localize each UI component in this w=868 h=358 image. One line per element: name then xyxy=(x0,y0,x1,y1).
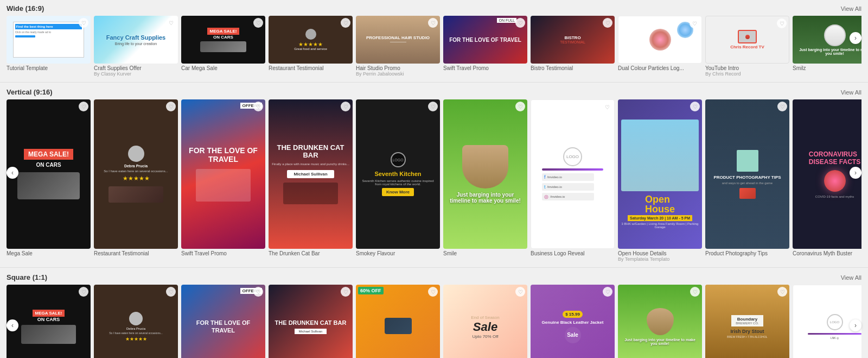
card-bizlogo-vert[interactable]: ♡ LOGO f /tnvideo.io t /tnvideo.io xyxy=(531,99,615,249)
heart-icon-product-vert[interactable]: ♡ xyxy=(777,102,787,111)
card-dual-particles[interactable]: ♡ xyxy=(618,16,702,64)
heart-icon-drystout-sq[interactable]: ♡ xyxy=(777,287,787,297)
card-label-openhouse-vert: Open House Details xyxy=(618,250,702,256)
heart-icon-openhouse-vert[interactable]: ♡ xyxy=(690,102,700,111)
heart-icon-craft[interactable]: ♡ xyxy=(166,18,176,28)
leather-sq-content: $ 15.99 Genuine Black Leather Jacket Sal… xyxy=(531,285,615,358)
card-smokey-vert[interactable]: ♡ LOGO Seventh Kitchen Seventh Kitchen s… xyxy=(356,99,440,249)
vertical-view-all[interactable]: View All xyxy=(841,89,861,96)
heart-icon-restaurant-sq[interactable]: ♡ xyxy=(166,287,176,297)
card-smile-sq[interactable]: ♡ Just barging into your timeline to mak… xyxy=(618,285,702,358)
wide-nav-next[interactable]: › xyxy=(850,32,861,44)
card-youtube-intro[interactable]: ♡ Chris Record TV xyxy=(705,16,789,64)
card-label-smile-vert: Smile xyxy=(443,250,527,256)
wide-card-wrapper-youtube: ♡ Chris Record TV YouTube Intro By Chris… xyxy=(705,16,789,77)
card-car-sq[interactable]: ♡ MEGA SALE! ON CARS xyxy=(7,285,91,358)
card-travel-sq[interactable]: OFFERS ♡ FOR THE LOVE OF TRAVEL xyxy=(181,285,265,358)
bizlogo-sq-link: LNK ◎ xyxy=(831,336,839,340)
card-sublabel-youtube: By Chris Record xyxy=(705,71,789,77)
card-shoe-sq[interactable]: 60% OFF ♡ Final Sale On Shoes xyxy=(356,285,440,358)
heart-icon-smokey-vert[interactable]: ♡ xyxy=(428,102,438,111)
wide-view-all[interactable]: View All xyxy=(841,5,861,12)
travel-sq-content: FOR THE LOVE OF TRAVEL xyxy=(181,285,265,358)
smokey-title: Seventh Kitchen xyxy=(374,171,421,177)
card-label-drunken-vert: The Drunken Cat Bar xyxy=(269,250,353,256)
card-bistro-sq[interactable]: ♡ THE DRUNKEN CAT BAR Michael Sullivan xyxy=(269,285,353,358)
heart-icon-travel-vert[interactable]: ♡ xyxy=(253,102,263,111)
drystout-sq-content: Boundary BREWERY CO. Irish Dry Stout BRE… xyxy=(705,285,789,358)
heart-icon-drunken-vert[interactable]: ♡ xyxy=(341,102,350,111)
square-nav-next[interactable]: › xyxy=(850,319,861,331)
card-openhouse-vert[interactable]: ♡ OpenHouse Saturday March 20 | 10 AM - … xyxy=(618,99,702,249)
craft-title: Fancy Craft Supplies xyxy=(106,34,165,41)
smokey-know-more[interactable]: Know More xyxy=(382,188,414,196)
card-label-smokey-vert: Smokey Flavour xyxy=(356,250,440,256)
card-restaurant-sq[interactable]: ♡ Debra Prucia So I have eaten here on s… xyxy=(94,285,178,358)
heart-icon-tutorial[interactable]: ♡ xyxy=(79,18,88,28)
card-restaurant-testimonial[interactable]: ♡ ★★★★★ Great food and service xyxy=(269,16,353,64)
car-image xyxy=(200,41,247,52)
heart-icon-restaurant[interactable]: ♡ xyxy=(341,18,350,28)
sq-card-wrapper-leather: ♡ $ 15.99 Genuine Black Leather Jacket S… xyxy=(531,285,615,358)
heart-icon-youtube[interactable]: ♡ xyxy=(777,18,787,28)
bizlogo-sq-wave xyxy=(808,333,861,335)
square-section: Square (1:1) View All ♡ MEGA SALE! ON CA… xyxy=(0,269,868,358)
heart-icon-bizlogo-vert[interactable]: ♡ xyxy=(602,102,612,112)
card-endseason-sq[interactable]: ♡ End of Season Sale Upto 70% Off xyxy=(443,285,527,358)
heart-icon-shoe-sq[interactable]: ♡ xyxy=(428,287,438,297)
heart-icon-bistro-sq[interactable]: ♡ xyxy=(341,287,350,297)
wide-card-wrapper-smilz: ♡ Just barging into your timeline to mak… xyxy=(793,16,861,77)
heart-icon-leather-sq[interactable]: ♡ xyxy=(603,287,612,297)
heart-icon-car[interactable]: ♡ xyxy=(253,18,263,28)
card-restaurant-vert[interactable]: ♡ Debra Prucia So I have eaten here on s… xyxy=(94,99,178,249)
heart-icon-travel[interactable]: ♡ xyxy=(515,18,525,28)
vertical-nav-next[interactable]: › xyxy=(850,167,861,179)
card-drystout-sq[interactable]: ♡ Boundary BREWERY CO. Irish Dry Stout B… xyxy=(705,285,789,358)
card-travel-vert[interactable]: OFFERS ♡ FOR THE LOVE OF TRAVEL xyxy=(181,99,265,249)
card-label-travel-vert: Swift Travel Promo xyxy=(181,250,265,256)
heart-icon-car-vert[interactable]: ♡ xyxy=(79,102,88,111)
card-sublabel-openhouse-vert: By Templateia Templato xyxy=(618,256,702,262)
card-tutorial-template[interactable]: ♡ Find the best thing here Click on the … xyxy=(7,16,91,64)
divider-2 xyxy=(0,267,868,268)
restaurant-avatar xyxy=(305,29,316,40)
card-sublabel-hair: By Perrin Jabaloowski xyxy=(356,71,440,77)
heart-icon-hair[interactable]: ♡ xyxy=(428,18,438,28)
heart-icon-bistro[interactable]: ♡ xyxy=(603,18,612,28)
card-hair-studio[interactable]: ♡ PROFESSIONAL HAIR STUDIO xyxy=(356,16,440,64)
tw-icon: t xyxy=(544,184,546,190)
travel-vert-text: FOR THE LOVE OF TRAVEL xyxy=(184,147,262,164)
wide-section-title: Wide (16:9) xyxy=(7,4,44,12)
youtube-title: Chris Record TV xyxy=(730,45,764,49)
vertical-nav-prev[interactable]: ‹ xyxy=(7,167,18,179)
endseason-sale: Sale xyxy=(473,320,497,334)
heart-icon-restaurant-vert[interactable]: ♡ xyxy=(166,102,176,111)
card-drunken-vert[interactable]: ♡ THE DRUNKEN CAT BAR Finally a place wi… xyxy=(269,99,353,249)
heart-icon-particles[interactable]: ♡ xyxy=(690,18,699,28)
square-nav-prev[interactable]: ‹ xyxy=(7,319,18,331)
card-smile-vert[interactable]: ♡ Just barging into your timeline to mak… xyxy=(443,99,527,249)
heart-icon-travel-sq[interactable]: ♡ xyxy=(253,287,263,297)
smokey-logo: LOGO xyxy=(391,152,406,167)
particles-blob xyxy=(649,29,671,51)
vertical-cards-row: ♡ MEGA SALE! ON CARS Mega Sale ♡ Debra P… xyxy=(7,99,861,262)
card-car-vert[interactable]: ♡ MEGA SALE! ON CARS xyxy=(7,99,91,249)
heart-icon-endseason-sq[interactable]: ♡ xyxy=(515,287,525,297)
card-car-mega-sale[interactable]: ♡ MEGA SALE! ON CARS xyxy=(181,16,265,64)
smokey-vert-content: LOGO Seventh Kitchen Seventh Kitchen ser… xyxy=(356,99,440,249)
travel-love-text: FOR THE LOVE OF TRAVEL xyxy=(449,37,521,43)
product-vert-content: PRODUCT PHOTOGRAPHY TIPS and ways to get… xyxy=(705,99,789,249)
heart-icon-smile-sq[interactable]: ♡ xyxy=(690,287,700,297)
heart-icon-smile-vert[interactable]: ♡ xyxy=(515,102,525,111)
card-product-vert[interactable]: ♡ PRODUCT PHOTOGRAPHY TIPS and ways to g… xyxy=(705,99,789,249)
craft-content: Fancy Craft Supplies Bring life to your … xyxy=(94,16,178,64)
leather-title: Genuine Black Leather Jacket xyxy=(542,320,604,325)
heart-icon-car-sq[interactable]: ♡ xyxy=(79,287,88,297)
square-view-all[interactable]: View All xyxy=(841,274,861,281)
card-label-craft: Craft Supplies Offer xyxy=(94,65,178,71)
card-leather-sq[interactable]: ♡ $ 15.99 Genuine Black Leather Jacket S… xyxy=(531,285,615,358)
smile-vert-text: Just barging into your timeline to make … xyxy=(446,192,524,204)
card-bistro-testimonial[interactable]: ♡ BISTRO TESTIMONIAL xyxy=(531,16,615,64)
card-swift-travel[interactable]: ON FULL ♡ FOR THE LOVE OF TRAVEL xyxy=(443,16,527,64)
card-craft-supplies[interactable]: ♡ Fancy Craft Supplies Bring life to you… xyxy=(94,16,178,64)
